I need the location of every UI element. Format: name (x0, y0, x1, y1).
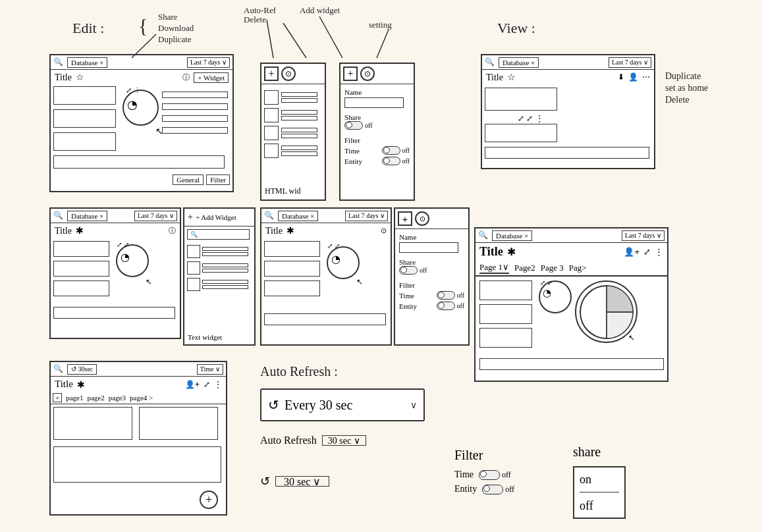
entity-toggle-3[interactable]: off (382, 157, 410, 165)
expand-icon-bl[interactable]: ⤢ (204, 380, 210, 389)
plus-icon-3[interactable]: + (343, 66, 358, 81)
add-page-btn-bl[interactable]: + (200, 491, 218, 509)
time-dropdown-bl[interactable]: Time ∨ (197, 364, 223, 375)
tab-page1-bl[interactable]: page1 (66, 394, 83, 402)
title-bl: Title (55, 379, 73, 390)
expand-icon-4[interactable]: ⤢ ⤢ (117, 241, 129, 248)
entity-filter-toggle[interactable]: off (482, 485, 514, 494)
time-filter-row: Time off (454, 469, 514, 480)
settings-icon-5[interactable]: ⊙ (381, 226, 387, 235)
cv2-rect-c (479, 328, 532, 348)
wf-titlebar-4: Title ✱ ⓘ (51, 223, 180, 238)
name-row: Name (344, 88, 410, 108)
database-tag-1[interactable]: Database × (67, 57, 107, 68)
plus-page-btn-bl[interactable]: + (53, 393, 62, 402)
title-text-5: Title (265, 226, 283, 236)
last7days-dropdown-4[interactable]: Last 7 days ∨ (134, 211, 177, 221)
panel4-thumb-b (187, 261, 200, 275)
tab-page4-v2[interactable]: Pag> (569, 263, 587, 273)
more-icon-v2[interactable]: ⋮ (655, 247, 663, 257)
expand-icon-v2[interactable]: ⤢ (643, 247, 651, 257)
settings-panel-3: Name Share off Filter Time off (340, 84, 414, 169)
database-tag-v1[interactable]: Database × (499, 57, 539, 68)
last7days-dropdown-v1[interactable]: Last 7 days ∨ (609, 57, 651, 68)
time-toggle-3[interactable]: off (382, 146, 410, 155)
tab-page3-v2[interactable]: Page 3 (541, 263, 564, 273)
auto-refresh-small-dropdown[interactable]: 30 sec ∨ (275, 476, 329, 487)
last7days-dropdown-5[interactable]: Last 7 days ∨ (345, 211, 388, 221)
plus-icon-sp5[interactable]: + (398, 211, 412, 226)
search-input-4[interactable]: 🔍 (187, 229, 250, 240)
filter-btn-1[interactable]: Filter (206, 174, 230, 185)
refresh-tag-bl[interactable]: ↺ 30sec (67, 364, 97, 375)
cursor-4: ↖ (146, 277, 152, 286)
cv2-rect-a (479, 280, 532, 300)
share-icon-v1[interactable]: 👤 (628, 72, 638, 82)
share-off-option[interactable]: off (580, 499, 619, 513)
more-icon-v1[interactable]: ⋯ (642, 72, 650, 82)
time-label-5: Time (399, 292, 414, 300)
list-item-1b (162, 103, 228, 110)
add-user-icon-bl[interactable]: 👤+ (185, 380, 200, 389)
annotation-download: Download (158, 23, 194, 34)
share-on-option[interactable]: on (580, 473, 619, 492)
panel4-thumb-a (187, 245, 200, 258)
add-user-icon-v2[interactable]: 👤+ (624, 247, 640, 257)
star-icon-v2: ✱ (507, 246, 516, 258)
info-icon-4: ⓘ (169, 226, 176, 236)
svg-line-8 (377, 30, 389, 58)
share-toggle-5[interactable]: off (399, 266, 427, 275)
filter-section-3: Filter Time off Entity off (344, 136, 410, 165)
plus-icon-2[interactable]: + (264, 66, 279, 81)
last7days-dropdown-1[interactable]: Last 7 days ∨ (187, 57, 230, 68)
database-tag-v2[interactable]: Database × (492, 230, 532, 241)
more-icon-bl[interactable]: ⋮ (214, 380, 222, 389)
star-icon-1: ☆ (76, 72, 84, 83)
time-toggle-5[interactable]: off (437, 291, 464, 300)
download-icon-v1[interactable]: ⬇ (618, 72, 624, 82)
sketch-container: Edit : View : { Share Download Duplicate… (0, 0, 762, 532)
wf-content-5: ◔ ⤢ ⤢ ↖ (264, 241, 388, 333)
time-label-3: Time (344, 147, 360, 155)
plus-widget-btn-1[interactable]: + Widget (194, 72, 229, 83)
tab-page4-bl[interactable]: page4 > (130, 394, 153, 402)
refresh-icon-big: ↺ (268, 397, 279, 413)
tab-page2-bl[interactable]: page2 (87, 394, 104, 402)
general-btn[interactable]: General (173, 174, 204, 185)
cbl-rect-a (53, 407, 132, 440)
share-label-5: Share (399, 258, 464, 266)
database-tag-4[interactable]: Database × (67, 211, 107, 221)
circle-icon-sp5[interactable]: ⊙ (415, 211, 429, 226)
panel4-item-b (187, 261, 252, 275)
expand-icon-1[interactable]: ⤢ ⋮ (126, 86, 141, 95)
annotation-duplicate: Duplicate (158, 34, 192, 45)
info-icon-1: ⓘ (182, 72, 190, 82)
entity-toggle-5[interactable]: off (437, 302, 464, 310)
share-toggle[interactable]: off (344, 121, 372, 130)
last7days-dropdown-v2[interactable]: Last 7 days ∨ (622, 230, 665, 241)
filter-label-5: Filter (399, 281, 464, 289)
cbl-rect-c (53, 446, 221, 483)
bottom-rect-1 (53, 155, 225, 169)
tab-page1-v2[interactable]: Page 1∨ (479, 262, 509, 274)
expand-small-v2[interactable]: ⤢ ⤢ (540, 279, 553, 286)
name-label-5: Name (399, 233, 464, 241)
auto-refresh-big-dropdown[interactable]: ↺ Every 30 sec ∨ (260, 388, 425, 421)
time-filter-label: Time (454, 469, 474, 480)
expand-icon-5[interactable]: ⤢ ⤢ (327, 242, 340, 250)
search-icon-v1: 🔍 (485, 57, 495, 67)
expand-icon-v1[interactable]: ⤢ ⤢ ⋮ (518, 114, 543, 123)
circle-icon-2[interactable]: ⊙ (281, 66, 296, 81)
name-input-5[interactable] (399, 242, 458, 253)
tab-page3-bl[interactable]: page3 (109, 394, 126, 402)
auto-refresh-medium-dropdown[interactable]: 30 sec ∨ (322, 435, 366, 446)
circle-icon-3[interactable]: ⊙ (360, 66, 375, 81)
time-filter-toggle[interactable]: off (479, 470, 511, 480)
wf-window-view2: 🔍 Database × Last 7 days ∨ Title ✱ 👤+ ⤢ … (474, 227, 668, 382)
widget-thumb-2c (264, 126, 279, 140)
name-input[interactable] (344, 97, 404, 108)
database-tag-5[interactable]: Database × (278, 211, 318, 221)
cbl-rect-b (139, 407, 218, 440)
tab-page2-v2[interactable]: Page2 (514, 263, 535, 273)
cursor-v2: ↖ (628, 333, 635, 343)
